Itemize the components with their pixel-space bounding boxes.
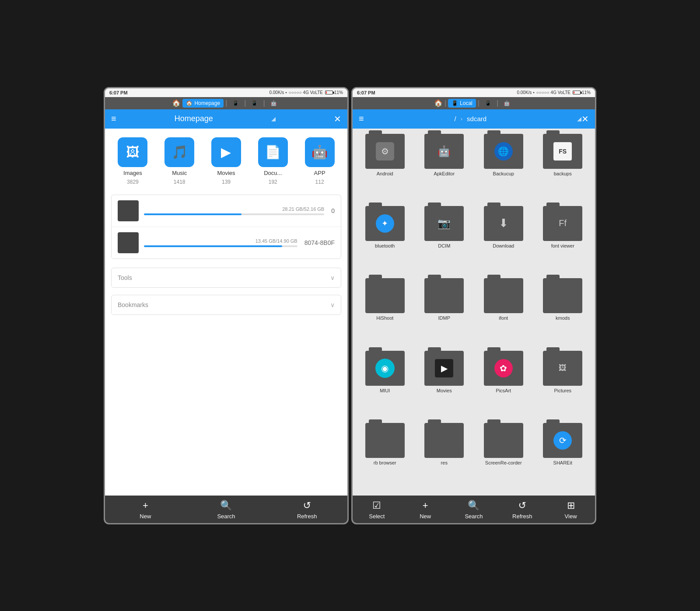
right-battery-pct: 11%	[582, 90, 591, 95]
right-nav-sep1: |	[444, 99, 446, 107]
folder-miui[interactable]: ◉ MIUI	[356, 349, 414, 419]
right-path-root[interactable]: /	[455, 115, 456, 122]
right-path-current[interactable]: sdcard	[467, 115, 486, 122]
category-music-name: Music	[172, 170, 187, 176]
folder-res-name: res	[441, 460, 448, 466]
category-images-count: 3829	[127, 179, 139, 185]
folder-backucup[interactable]: 🌐 Backucup	[475, 132, 532, 203]
folder-bluetooth[interactable]: ✦ bluetooth	[356, 204, 414, 275]
storage-internal-thumb	[118, 200, 139, 221]
storage-sdcard-thumb	[118, 232, 139, 253]
movies-overlay: ▶	[435, 359, 453, 377]
right-select-button[interactable]: ☑ Select	[361, 500, 392, 520]
category-apps[interactable]: 🤖 APP 112	[305, 137, 335, 185]
folder-android[interactable]: ⚙ Android	[356, 132, 414, 203]
left-close-icon[interactable]: ✕	[334, 114, 341, 124]
folder-res[interactable]: res	[416, 421, 473, 492]
category-movies[interactable]: ▶ Movies 139	[211, 137, 241, 185]
folder-kmods[interactable]: kmods	[534, 276, 592, 347]
left-nav-tab-android[interactable]: 🤖	[267, 99, 280, 108]
left-search-icon: 🔍	[220, 500, 232, 511]
left-refresh-button[interactable]: ↻ Refresh	[292, 500, 322, 520]
right-path-sep: ›	[461, 115, 462, 122]
category-images[interactable]: 🖼 Images 3829	[118, 137, 147, 185]
category-documents-name: Docu...	[264, 170, 282, 176]
folder-pictures[interactable]: 🖼 Pictures	[534, 349, 592, 419]
folder-backups[interactable]: FS backups	[534, 132, 592, 203]
folder-shareit[interactable]: ⟳ SHAREit	[534, 421, 592, 492]
right-menu-icon[interactable]: ≡	[359, 114, 364, 124]
left-nav-sep2: |	[244, 99, 246, 107]
right-search-button[interactable]: 🔍 Search	[458, 500, 489, 520]
folder-miui-icon: ◉	[365, 351, 405, 386]
folder-hishoot-name: HiShoot	[376, 315, 393, 321]
left-nav-tab-phone2[interactable]: 📱	[248, 99, 261, 108]
folder-movies[interactable]: ▶ Movies	[416, 349, 473, 419]
backups-overlay: FS	[553, 142, 572, 161]
right-search-label: Search	[465, 513, 483, 520]
category-music[interactable]: 🎵 Music 1418	[164, 137, 194, 185]
folder-apkeditor[interactable]: 🤖 ApkEditor	[416, 132, 473, 203]
folder-pictures-name: Pictures	[554, 388, 571, 394]
folder-fontviewer[interactable]: Ff font viewer	[534, 204, 592, 275]
category-documents-count: 192	[269, 179, 277, 185]
folder-picsart[interactable]: ✿ PicsArt	[475, 349, 532, 419]
fontviewer-overlay: Ff	[553, 214, 572, 233]
left-nav-tab-phone1[interactable]: 📱	[229, 99, 242, 108]
right-battery-icon	[573, 91, 581, 94]
left-search-button[interactable]: 🔍 Search	[211, 500, 242, 520]
right-new-button[interactable]: + New	[410, 500, 441, 520]
bookmarks-chevron-icon: ∨	[330, 301, 335, 308]
backucup-overlay: 🌐	[494, 142, 513, 161]
folder-bluetooth-icon: ✦	[365, 206, 405, 241]
folder-screenrecorder-icon	[484, 423, 523, 458]
bookmarks-section[interactable]: Bookmarks ∨	[111, 295, 341, 315]
right-nav-tab-android[interactable]: 🤖	[500, 99, 514, 108]
folder-res-icon	[424, 423, 464, 458]
folder-idmp[interactable]: IDMP	[416, 276, 473, 347]
category-documents[interactable]: 📄 Docu... 192	[258, 137, 288, 185]
left-time: 6:07 PM	[109, 90, 128, 95]
folder-dcim-name: DCIM	[438, 243, 450, 249]
left-signal-bars: ○○○○○	[288, 90, 301, 95]
right-nav-home-icon[interactable]: 🏠	[434, 99, 443, 107]
right-time: 6:07 PM	[357, 90, 375, 95]
storage-sdcard[interactable]: 13.45 GB/14.90 GB 8074-8B0F	[112, 227, 341, 258]
folder-shareit-icon: ⟳	[543, 423, 582, 458]
folder-ifont-name: ifont	[499, 315, 508, 321]
storage-internal-name: 0	[331, 207, 335, 214]
storage-internal[interactable]: 28.21 GB/52.16 GB 0	[112, 195, 341, 227]
folder-download[interactable]: ⬇ Download	[475, 204, 532, 275]
right-file-grid: ⚙ Android 🤖 ApkEditor 🌐 Backucup FS	[353, 129, 595, 496]
download-overlay: ⬇	[494, 214, 513, 233]
left-nav-homepage-icon: 🏠	[186, 100, 192, 106]
folder-ifont[interactable]: ifont	[475, 276, 532, 347]
folder-rbbrowser[interactable]: rb browser	[356, 421, 414, 492]
bluetooth-overlay: ✦	[376, 214, 394, 233]
screens-container: 6:07 PM 0.00K/s ⦁ ○○○○○ 4G VoLTE 11% 🏠 🏠…	[104, 87, 596, 524]
right-close-icon[interactable]: ✕	[581, 114, 589, 124]
left-category-grid: 🖼 Images 3829 🎵 Music 1418 ▶ Movies 139 …	[105, 129, 347, 189]
folder-dcim[interactable]: 📷 DCIM	[416, 204, 473, 275]
right-nav-tab-local[interactable]: 📱 Local	[448, 99, 476, 108]
right-view-label: View	[565, 513, 577, 520]
left-nav-home-icon[interactable]: 🏠	[172, 99, 181, 107]
tools-section[interactable]: Tools ∨	[111, 268, 341, 288]
right-view-button[interactable]: ⊞ View	[556, 500, 586, 520]
folder-shareit-name: SHAREit	[553, 460, 572, 466]
category-apps-name: APP	[314, 170, 326, 176]
right-refresh-button[interactable]: ↻ Refresh	[507, 500, 538, 520]
right-nav-tab-phone[interactable]: 📱	[481, 99, 495, 108]
right-status-right: 0.00K/s ⦁ ○○○○○ 4G VoLTE 11%	[517, 90, 591, 95]
right-nav-sep3: |	[497, 99, 498, 107]
left-nav-tab-homepage[interactable]: 🏠 Homepage	[182, 99, 224, 108]
left-menu-icon[interactable]: ≡	[111, 114, 116, 124]
folder-movies-icon: ▶	[424, 351, 464, 386]
right-nav-sep2: |	[478, 99, 480, 107]
category-movies-name: Movies	[217, 170, 235, 176]
left-battery-pct: 11%	[334, 90, 343, 95]
dcim-overlay: 📷	[435, 214, 453, 233]
left-new-button[interactable]: + New	[130, 500, 161, 520]
folder-screenrecorder[interactable]: ScreenRe-corder	[475, 421, 532, 492]
folder-hishoot[interactable]: HiShoot	[356, 276, 414, 347]
